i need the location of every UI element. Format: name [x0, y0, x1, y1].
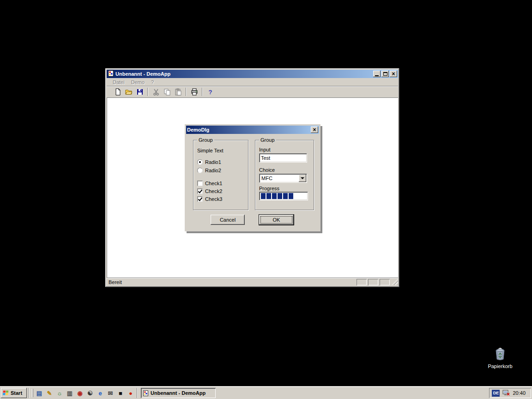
resize-grip[interactable] [392, 279, 398, 285]
dialog-title: DemoDlg [187, 127, 309, 133]
status-panel [380, 279, 390, 285]
radio1-row[interactable]: Radio1 [197, 159, 221, 165]
new-document-icon [114, 88, 121, 96]
ok-button-label: OK [273, 217, 280, 223]
paste-button[interactable] [173, 87, 183, 97]
help-button[interactable]: ? [205, 87, 216, 97]
globe-icon[interactable]: ☼ [55, 388, 64, 398]
demo-dialog: DemoDlg × Group Simple Text Radio1 Radio… [185, 124, 320, 231]
menubar: Datei Demo ? [107, 78, 398, 86]
toolbar-separator [202, 88, 203, 96]
print-icon [191, 88, 198, 96]
browser-icon[interactable]: ● [126, 388, 135, 398]
group-right-label: Group [259, 137, 276, 143]
system-tray: DE 20:40 [489, 388, 531, 398]
radio2-label: Radio2 [205, 168, 221, 173]
group-left-label: Group [197, 137, 214, 143]
task-button-label: Unbenannt - DemoApp [151, 390, 206, 396]
check2-control [197, 188, 203, 194]
console-icon[interactable]: ■ [116, 388, 125, 398]
input-field-wrap [259, 153, 307, 163]
simple-text-label: Simple Text [197, 148, 224, 153]
app-icon [108, 70, 114, 78]
cancel-button[interactable]: Cancel [211, 215, 245, 225]
app-icon [143, 390, 149, 396]
help-icon: ? [209, 89, 212, 96]
choice-label: Choice [259, 167, 275, 173]
choice-combobox[interactable]: MFC [259, 174, 307, 183]
quick-launch-grip[interactable] [32, 389, 33, 397]
status-text: Bereit [109, 279, 355, 285]
quick-launch: ▤✎☼▥◉☯e✉■● [35, 388, 135, 398]
mail-icon[interactable]: ✉ [106, 388, 115, 398]
windows-flag-icon [2, 390, 9, 396]
eye-icon[interactable]: ☯ [85, 388, 95, 398]
toolbar-separator [147, 88, 148, 96]
cut-button[interactable] [151, 87, 161, 97]
copy-icon [163, 88, 171, 96]
save-button[interactable] [134, 87, 145, 97]
progress-block [261, 193, 266, 199]
media-icon[interactable]: ◉ [75, 388, 85, 398]
tray-device-icon[interactable] [502, 390, 510, 396]
progress-block [266, 193, 271, 199]
chevron-down-icon [301, 177, 304, 181]
check1-row[interactable]: Check1 [197, 180, 222, 186]
menu-help[interactable]: ? [148, 79, 157, 85]
choice-value: MFC [260, 174, 299, 182]
language-indicator[interactable]: DE [492, 390, 500, 397]
taskbar-separator [137, 388, 138, 398]
toolbar: ? [107, 86, 398, 97]
cancel-button-label: Cancel [220, 217, 236, 223]
paste-icon [175, 88, 182, 96]
radio1-control [197, 159, 203, 165]
open-folder-icon [125, 88, 133, 96]
copy-button[interactable] [162, 87, 172, 97]
open-button[interactable] [123, 87, 134, 97]
task-button-demoapp[interactable]: Unbenannt - DemoApp [141, 388, 216, 398]
toolbar-separator [186, 88, 187, 96]
dialog-close-button[interactable]: × [311, 127, 318, 133]
dialog-titlebar[interactable]: DemoDlg × [186, 126, 319, 134]
check3-control [197, 196, 203, 202]
titlebar-buttons: × [373, 71, 397, 77]
internet-explorer-icon[interactable]: e [96, 388, 105, 398]
recycle-bin-icon [493, 346, 508, 361]
ok-button[interactable]: OK [259, 214, 294, 225]
close-icon: × [392, 71, 395, 77]
cut-icon [152, 88, 160, 96]
check3-row[interactable]: Check3 [197, 196, 222, 202]
window-title: Unbenannt - DemoApp [115, 71, 372, 77]
app-titlebar[interactable]: Unbenannt - DemoApp × [107, 70, 398, 78]
print-button[interactable] [189, 87, 200, 97]
maximize-icon [383, 72, 387, 76]
close-button[interactable]: × [390, 71, 397, 77]
maximize-button[interactable] [381, 71, 389, 77]
new-document-button[interactable] [112, 87, 123, 97]
group-left: Group Simple Text Radio1 Radio2 Check1 C… [193, 140, 248, 210]
radio1-label: Radio1 [205, 159, 221, 165]
check2-row[interactable]: Check2 [197, 188, 222, 194]
menu-datei[interactable]: Datei [109, 79, 128, 85]
close-icon: × [313, 127, 316, 133]
status-panel [368, 279, 378, 285]
check1-control [197, 181, 203, 186]
radio2-row[interactable]: Radio2 [197, 167, 221, 173]
start-button[interactable]: Start [1, 388, 27, 398]
minimize-button[interactable] [373, 71, 381, 77]
check3-label: Check3 [205, 196, 222, 202]
pen-icon[interactable]: ✎ [45, 388, 54, 398]
progress-label: Progress [259, 186, 279, 191]
taskbar: Start ▤✎☼▥◉☯e✉■● Unbenannt - DemoApp DE … [0, 387, 532, 399]
tray-clock[interactable]: 20:40 [513, 390, 526, 396]
input-label: Input [259, 147, 270, 152]
book-icon[interactable]: ▥ [65, 388, 74, 398]
input-field[interactable] [260, 154, 307, 162]
choice-dropdown-button[interactable] [299, 175, 306, 182]
progress-block [283, 193, 288, 199]
recycle-bin-desktop-icon[interactable]: Papierkorb [482, 346, 519, 369]
document-icon[interactable]: ▤ [35, 388, 44, 398]
progress-bar [259, 192, 308, 200]
save-icon [136, 88, 144, 96]
menu-demo[interactable]: Demo [128, 79, 148, 85]
